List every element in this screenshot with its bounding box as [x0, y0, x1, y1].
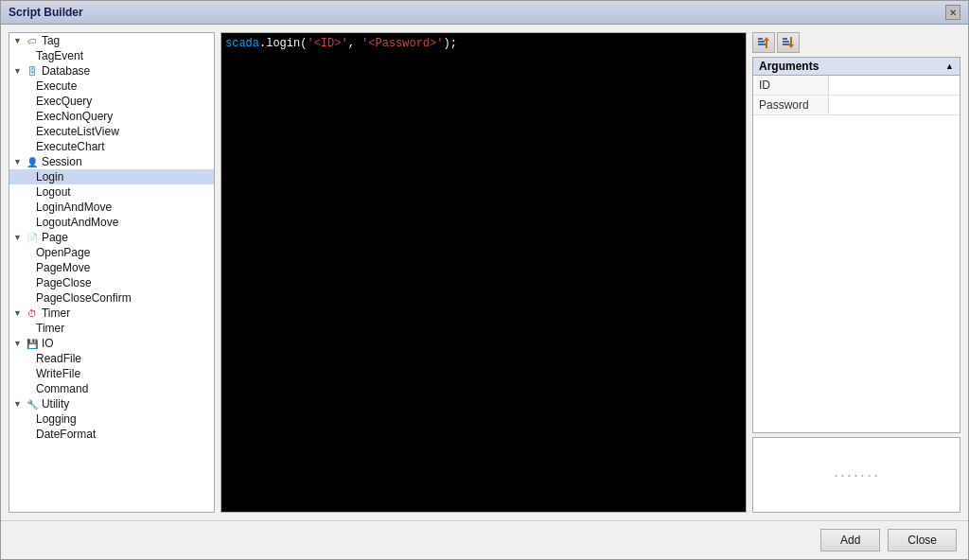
tree-item-pageconfirm[interactable]: PageCloseConfirm	[9, 290, 214, 306]
close-button[interactable]: Close	[888, 529, 957, 551]
bottom-bar: Add Close	[1, 520, 968, 559]
code-editor[interactable]: scada.login('<ID>', '<Password>');	[220, 32, 747, 513]
chevron-icon: ▼	[13, 339, 22, 348]
code-string-password: '<Password>'	[361, 37, 443, 50]
add-button[interactable]: Add	[820, 529, 880, 551]
chevron-icon: ▼	[13, 66, 22, 76]
code-keyword-scada: scada	[225, 37, 259, 50]
svg-rect-2	[758, 44, 766, 45]
tree-item-readfile[interactable]: ReadFile	[9, 351, 214, 366]
tree-item-label: Execute	[36, 79, 77, 93]
tree-category-timer[interactable]: ▼ ⏱ Timer	[9, 306, 214, 321]
tree-item-pageclose[interactable]: PageClose	[9, 275, 214, 290]
tree-label-tag: Tag	[42, 34, 60, 47]
tree-label-session: Session	[42, 155, 82, 168]
code-line-1: scada.login('<ID>', '<Password>');	[225, 37, 742, 50]
arguments-title: Arguments	[759, 60, 819, 73]
tree-item-writefile[interactable]: WriteFile	[9, 366, 214, 381]
tree-label-io: IO	[42, 337, 54, 350]
sort-asc-icon	[757, 36, 770, 49]
tree-item-label: Timer	[36, 322, 64, 335]
svg-rect-4	[783, 38, 787, 40]
tree-panel[interactable]: ▼ 🏷 Tag TagEvent ▼ 🗄 Database Execute Ex…	[9, 32, 215, 513]
right-panel: Arguments ▲ ID Password • • • • • • •	[752, 32, 960, 513]
tree-item-label: PageCloseConfirm	[36, 291, 132, 305]
tree-item-executelistview[interactable]: ExecuteListView	[9, 124, 214, 139]
resize-handle[interactable]: • • • • • • •	[835, 471, 878, 480]
chevron-icon: ▼	[13, 36, 22, 45]
tree-item-label: LoginAndMove	[36, 201, 112, 214]
args-value-password[interactable]	[829, 96, 960, 114]
tree-item-label: ReadFile	[36, 352, 81, 365]
session-icon: 👤	[26, 155, 39, 168]
chevron-icon: ▼	[13, 308, 22, 318]
tree-item-logoutandmove[interactable]: LogoutAndMove	[9, 215, 214, 230]
tree-item-tagevent[interactable]: TagEvent	[9, 48, 214, 63]
tree-item-execute[interactable]: Execute	[9, 79, 214, 94]
tree-item-label: ExecQuery	[36, 95, 92, 108]
tree-label-timer: Timer	[42, 306, 70, 320]
tree-label-utility: Utility	[42, 397, 69, 411]
tree-item-label: DateFormat	[36, 428, 96, 441]
tree-item-executechart[interactable]: ExecuteChart	[9, 139, 214, 154]
timer-icon: ⏱	[26, 306, 39, 320]
tree-item-label: LogoutAndMove	[36, 216, 118, 229]
args-value-id[interactable]	[829, 76, 960, 95]
scroll-up-button[interactable]: ▲	[945, 61, 954, 71]
tree-item-openpage[interactable]: OpenPage	[9, 245, 214, 260]
tree-item-execnonquery[interactable]: ExecNonQuery	[9, 109, 214, 124]
args-row-password: Password	[753, 96, 960, 115]
args-label-password: Password	[753, 96, 829, 114]
tree-category-tag[interactable]: ▼ 🏷 Tag	[9, 33, 214, 48]
svg-rect-5	[783, 41, 789, 43]
chevron-icon: ▼	[13, 233, 22, 242]
utility-icon: 🔧	[26, 397, 39, 411]
tree-item-timer[interactable]: Timer	[9, 321, 214, 336]
tree-category-session[interactable]: ▼ 👤 Session	[9, 154, 214, 169]
tree-item-dateformat[interactable]: DateFormat	[9, 427, 214, 442]
tree-item-label: ExecuteChart	[36, 140, 105, 153]
sort-asc-button[interactable]	[752, 32, 775, 53]
tree-item-label: Logging	[36, 412, 77, 426]
tree-item-label: PageClose	[36, 276, 92, 289]
sort-desc-button[interactable]	[777, 32, 800, 53]
arguments-table: Arguments ▲ ID Password	[752, 57, 960, 433]
chevron-icon: ▼	[13, 157, 22, 166]
svg-rect-1	[758, 41, 765, 43]
code-method-login: login	[266, 37, 300, 50]
title-bar: Script Builder ✕	[1, 1, 968, 25]
args-row-id: ID	[753, 76, 960, 96]
tree-item-label: WriteFile	[36, 367, 80, 380]
tree-item-label: TagEvent	[36, 49, 83, 62]
tree-category-io[interactable]: ▼ 💾 IO	[9, 336, 214, 351]
script-builder-window: Script Builder ✕ ▼ 🏷 Tag TagEvent ▼ 🗄 Da…	[0, 0, 969, 560]
arguments-header: Arguments ▲	[753, 58, 960, 76]
tag-icon: 🏷	[26, 34, 39, 47]
tree-item-label: ExecNonQuery	[36, 110, 113, 123]
svg-rect-0	[758, 38, 763, 40]
tree-item-execquery[interactable]: ExecQuery	[9, 94, 214, 109]
tree-item-logging[interactable]: Logging	[9, 411, 214, 427]
right-toolbar	[752, 32, 960, 53]
tree-category-page[interactable]: ▼ 📄 Page	[9, 230, 214, 245]
window-close-button[interactable]: ✕	[945, 5, 960, 20]
sort-desc-icon	[782, 36, 795, 49]
tree-item-logout[interactable]: Logout	[9, 184, 214, 200]
tree-item-label: Login	[36, 170, 63, 184]
tree-item-label: Logout	[36, 185, 71, 199]
tree-item-pagemove[interactable]: PageMove	[9, 260, 214, 275]
right-bottom-panel: • • • • • • •	[752, 437, 960, 513]
tree-item-label: Command	[36, 382, 88, 395]
tree-item-command[interactable]: Command	[9, 381, 214, 396]
tree-category-utility[interactable]: ▼ 🔧 Utility	[9, 396, 214, 411]
tree-label-page: Page	[42, 231, 68, 244]
tree-item-loginandmove[interactable]: LoginAndMove	[9, 200, 214, 215]
chevron-icon: ▼	[13, 399, 22, 409]
tree-item-label: PageMove	[36, 261, 90, 274]
tree-item-login[interactable]: Login	[9, 169, 214, 184]
tree-category-database[interactable]: ▼ 🗄 Database	[9, 63, 214, 79]
main-content: ▼ 🏷 Tag TagEvent ▼ 🗄 Database Execute Ex…	[1, 25, 968, 520]
database-icon: 🗄	[26, 64, 39, 78]
code-string-id: '<ID>'	[307, 37, 347, 50]
io-icon: 💾	[26, 337, 39, 350]
